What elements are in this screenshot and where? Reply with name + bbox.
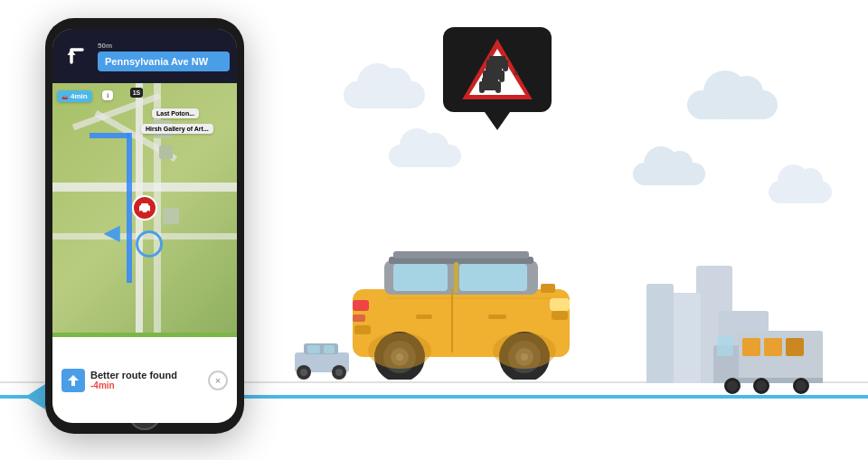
mini-card-time: 🚗 4min	[57, 90, 92, 102]
nav-street: Pennsylvania Ave NW	[98, 52, 230, 71]
better-route-text-block: Better route found -4min	[90, 370, 177, 390]
svg-rect-13	[459, 264, 527, 291]
svg-point-47	[479, 88, 485, 93]
svg-rect-12	[393, 264, 448, 291]
svg-rect-23	[416, 314, 432, 319]
better-route-icon	[61, 369, 85, 392]
scene: » 50m Pennsylvania Ave NW	[0, 0, 868, 460]
better-route-close-button[interactable]: ×	[208, 371, 228, 390]
svg-rect-46	[482, 78, 498, 83]
svg-text:»: »	[514, 68, 519, 78]
cloud-5	[633, 163, 705, 185]
nav-distance: 50m	[98, 42, 230, 50]
map-roundabout	[136, 230, 163, 258]
mini-card-time-label: 4min	[71, 92, 88, 100]
svg-rect-42	[486, 67, 502, 72]
mini-card-gallery: Hirsh Gallery of Art...	[141, 124, 213, 134]
road-arrow-left	[25, 384, 45, 409]
better-route-info: Better route found -4min	[61, 369, 177, 392]
svg-rect-11	[393, 251, 529, 258]
better-route-title: Better route found	[90, 370, 177, 380]
mini-card-info: ℹ	[102, 90, 113, 100]
map-view: 🚗 4min ℹ Last Poton... Hirsh Gallery of …	[52, 83, 237, 333]
map-building-3	[163, 208, 179, 224]
better-route-banner[interactable]: Better route found -4min ×	[52, 337, 237, 423]
svg-point-48	[495, 88, 501, 93]
svg-point-40	[503, 66, 508, 71]
building-4	[646, 284, 674, 383]
svg-rect-21	[354, 325, 371, 334]
sign-bubble: »	[443, 27, 552, 112]
route-line-v	[127, 133, 132, 283]
svg-rect-22	[488, 314, 506, 319]
svg-point-44	[499, 77, 505, 82]
route-line-h	[90, 133, 130, 138]
better-route-time: -4min	[90, 380, 177, 390]
svg-rect-51	[141, 203, 148, 207]
map-road-horiz	[52, 183, 237, 192]
better-route-row: Better route found -4min ×	[61, 369, 228, 392]
svg-rect-3	[324, 345, 335, 353]
sign-tooltip-tail	[485, 112, 510, 130]
traffic-sign-tooltip: »	[443, 27, 552, 130]
svg-point-52	[139, 211, 143, 214]
svg-point-53	[146, 211, 150, 214]
svg-rect-34	[541, 284, 555, 293]
map-car-marker	[132, 195, 157, 221]
turn-arrow-icon	[60, 40, 92, 72]
svg-rect-17	[550, 298, 570, 311]
svg-rect-38	[489, 56, 505, 61]
svg-point-5	[300, 369, 307, 376]
cloud-4	[687, 90, 778, 119]
building-2	[669, 293, 701, 383]
main-car	[335, 217, 588, 383]
phone-screen: 50m Pennsylvania Ave NW	[52, 29, 237, 423]
svg-rect-20	[552, 311, 568, 320]
cloud-1	[344, 81, 425, 108]
svg-rect-14	[454, 262, 458, 293]
traffic-sign-triangle: »	[461, 38, 533, 101]
map-area: 🚗 4min ℹ Last Poton... Hirsh Gallery of …	[52, 83, 237, 333]
svg-rect-2	[307, 345, 320, 353]
svg-point-32	[368, 333, 431, 369]
cloud-2	[769, 181, 832, 203]
ts-marker: 1S	[130, 88, 144, 98]
svg-point-33	[493, 333, 556, 369]
svg-rect-19	[353, 314, 365, 322]
close-icon: ×	[215, 375, 221, 386]
mini-card-place: Last Poton...	[152, 108, 199, 118]
map-blue-arrow: ◀	[104, 221, 119, 245]
cloud-3	[389, 145, 461, 167]
map-building-2	[159, 146, 173, 159]
truck	[737, 331, 823, 383]
nav-header: 50m Pennsylvania Ave NW	[52, 29, 237, 83]
phone: 50m Pennsylvania Ave NW	[45, 18, 244, 434]
svg-rect-18	[353, 300, 369, 311]
